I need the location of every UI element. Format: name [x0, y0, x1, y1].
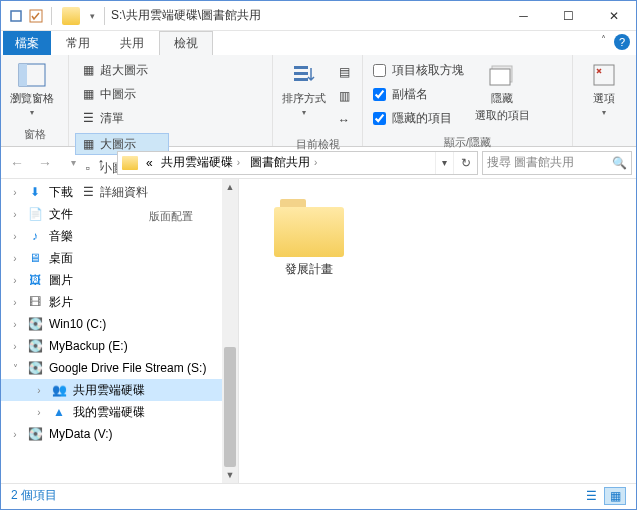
breadcrumb-seg1[interactable]: 共用雲端硬碟› — [157, 152, 246, 174]
properties-icon[interactable] — [7, 7, 25, 25]
tree-item-videos[interactable]: ›🎞影片 — [1, 291, 238, 313]
options-button[interactable]: 選項 ▾ — [579, 59, 629, 117]
size-columns-button[interactable]: ↔ — [333, 109, 355, 131]
tree-item-downloads[interactable]: ›⬇下載 — [1, 181, 238, 203]
item-count: 2 個項目 — [11, 487, 57, 504]
svg-rect-0 — [11, 11, 21, 21]
navigation-tree[interactable]: ›⬇下載 ›📄文件 ›♪音樂 ›🖥桌面 ›🖼圖片 ›🎞影片 ›💽Win10 (C… — [1, 179, 239, 483]
main-area: ›⬇下載 ›📄文件 ›♪音樂 ›🖥桌面 ›🖼圖片 ›🎞影片 ›💽Win10 (C… — [1, 179, 636, 483]
breadcrumb-root[interactable]: « — [142, 152, 157, 174]
tree-item-pictures[interactable]: ›🖼圖片 — [1, 269, 238, 291]
tree-item-my-drive[interactable]: ›▲我的雲端硬碟 — [1, 401, 238, 423]
minimize-button[interactable]: ─ — [501, 1, 546, 30]
content-pane[interactable]: 發展計畫 — [239, 179, 636, 483]
layout-medium-button[interactable]: ▦中圖示 — [75, 83, 169, 105]
icons-view-button[interactable]: ▦ — [604, 487, 626, 505]
svg-rect-4 — [294, 66, 308, 69]
address-history-dropdown[interactable]: ▾ — [435, 152, 453, 174]
options-label: 選項 — [593, 91, 615, 106]
details-view-button[interactable]: ☰ — [580, 487, 602, 505]
qat-dropdown-icon[interactable]: ▾ — [86, 7, 98, 25]
maximize-button[interactable]: ☐ — [546, 1, 591, 30]
tab-view[interactable]: 檢視 — [159, 31, 213, 55]
ribbon-tabs: 檔案 常用 共用 檢視 ˄ ? — [1, 31, 636, 55]
layout-extra-large-button[interactable]: ▦超大圖示 — [75, 59, 169, 81]
up-button[interactable]: ↑ — [89, 151, 113, 175]
search-icon: 🔍 — [612, 156, 627, 170]
ribbon: 瀏覽窗格 ▾ 窗格 ▦超大圖示 ▦中圖示 ☰清單 ▦大圖示 ▫小圖示 ☰詳細資料… — [1, 55, 636, 147]
svg-rect-5 — [294, 72, 308, 75]
navigation-pane-label: 瀏覽窗格 — [10, 91, 54, 106]
ribbon-group-panes: 瀏覽窗格 ▾ 窗格 — [1, 55, 69, 146]
folder-icon — [274, 199, 344, 257]
sort-by-button[interactable]: 排序方式 ▾ — [279, 59, 329, 117]
sort-by-label: 排序方式 — [282, 91, 326, 106]
forward-button[interactable]: → — [33, 151, 57, 175]
address-bar-row: ← → ▾ ↑ « 共用雲端硬碟› 圖書館共用› ▾ ↻ 搜尋 圖書館共用 🔍 — [1, 147, 636, 179]
folder-label: 發展計畫 — [285, 261, 333, 278]
search-input[interactable]: 搜尋 圖書館共用 🔍 — [482, 151, 632, 175]
ribbon-group-show-hide: 項目核取方塊 副檔名 隱藏的項目 隱藏 選取的項目 顯示/隱藏 — [363, 55, 573, 146]
address-bar[interactable]: « 共用雲端硬碟› 圖書館共用› ▾ ↻ — [117, 151, 478, 175]
scroll-down-icon[interactable]: ▼ — [222, 467, 238, 483]
tree-scrollbar[interactable]: ▲ ▼ — [222, 179, 238, 483]
ribbon-collapse-icon[interactable]: ˄ — [601, 34, 606, 45]
title-bar: ▾ S:\共用雲端硬碟\圖書館共用 ─ ☐ ✕ — [1, 1, 636, 31]
help-icon[interactable]: ? — [614, 34, 630, 50]
tree-item-desktop[interactable]: ›🖥桌面 — [1, 247, 238, 269]
quick-access-toolbar: ▾ — [1, 7, 109, 25]
refresh-button[interactable]: ↻ — [453, 152, 477, 174]
group-by-button[interactable]: ▤ — [333, 61, 355, 83]
hidden-items-toggle[interactable]: 隱藏的項目 — [369, 107, 468, 129]
scroll-thumb[interactable] — [224, 347, 236, 467]
ribbon-group-options: 選項 ▾ — [573, 55, 636, 146]
checkbox-icon[interactable] — [27, 7, 45, 25]
file-extensions-toggle[interactable]: 副檔名 — [369, 83, 468, 105]
folder-item[interactable]: 發展計畫 — [259, 199, 359, 278]
svg-rect-8 — [490, 69, 510, 85]
close-button[interactable]: ✕ — [591, 1, 636, 30]
layout-list-button[interactable]: ☰清單 — [75, 107, 169, 129]
back-button[interactable]: ← — [5, 151, 29, 175]
tab-file[interactable]: 檔案 — [3, 31, 51, 55]
tree-item-mydata[interactable]: ›💽MyData (V:) — [1, 423, 238, 445]
item-checkboxes-toggle[interactable]: 項目核取方塊 — [369, 59, 468, 81]
tree-item-gdrive[interactable]: ˅💽Google Drive File Stream (S:) — [1, 357, 238, 379]
hide-selected-button[interactable]: 隱藏 選取的項目 — [472, 59, 532, 123]
window-title: S:\共用雲端硬碟\圖書館共用 — [111, 7, 261, 24]
group-label-panes: 窗格 — [1, 125, 68, 146]
tree-item-music[interactable]: ›♪音樂 — [1, 225, 238, 247]
breadcrumb-seg2[interactable]: 圖書館共用› — [246, 152, 323, 174]
navigation-pane-button[interactable]: 瀏覽窗格 ▾ — [7, 59, 57, 117]
status-bar: 2 個項目 ☰ ▦ — [1, 483, 636, 507]
tree-item-shared-drive[interactable]: ›👥共用雲端硬碟 — [1, 379, 238, 401]
tree-item-win10[interactable]: ›💽Win10 (C:) — [1, 313, 238, 335]
svg-rect-9 — [594, 65, 614, 85]
tab-home[interactable]: 常用 — [51, 31, 105, 55]
folder-icon — [62, 7, 80, 25]
tab-share[interactable]: 共用 — [105, 31, 159, 55]
ribbon-group-current-view: 排序方式 ▾ ▤ ▥ ↔ 目前檢視 — [273, 55, 363, 146]
svg-rect-3 — [19, 64, 27, 86]
tree-item-documents[interactable]: ›📄文件 — [1, 203, 238, 225]
svg-rect-6 — [294, 78, 308, 81]
folder-icon — [122, 156, 138, 170]
ribbon-group-layout: ▦超大圖示 ▦中圖示 ☰清單 ▦大圖示 ▫小圖示 ☰詳細資料 版面配置 — [69, 55, 273, 146]
add-columns-button[interactable]: ▥ — [333, 85, 355, 107]
tree-item-mybackup[interactable]: ›💽MyBackup (E:) — [1, 335, 238, 357]
search-placeholder: 搜尋 圖書館共用 — [487, 154, 574, 171]
scroll-up-icon[interactable]: ▲ — [222, 179, 238, 195]
recent-locations-button[interactable]: ▾ — [61, 151, 85, 175]
